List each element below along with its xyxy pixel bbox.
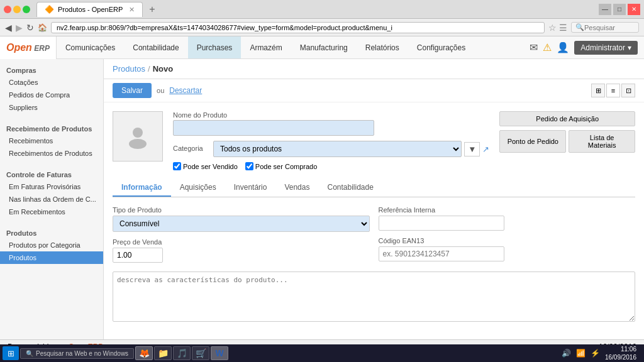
tray-speaker[interactable]: 🔊 [562,349,571,358]
sidebar: Compras Cotações Pedidos de Compra Suppl… [0,59,104,339]
close-btn[interactable]: ✕ [628,4,640,15]
breadcrumb: Produtos / Novo [104,59,644,79]
referencia-interna-input[interactable] [379,216,504,231]
taskbar: ⊞ 🔍 Pesquisar na Web e no Windows 🦊 📁 🎵 … [0,344,644,362]
referencia-interna-field: Referência Interna [379,206,636,231]
sidebar-item-em-recebimentos[interactable]: Em Recebimentos [0,206,103,218]
lista-materiais-btn[interactable]: Lista de Materiais [569,130,635,153]
sidebar-section-compras: Compras [0,63,103,76]
sidebar-item-cotacoes[interactable]: Cotações [0,76,103,89]
new-tab-btn[interactable]: + [145,4,158,15]
codigo-ean13-field: Código EAN13 [379,237,636,261]
category-select[interactable]: Todos os produtos [213,141,462,157]
sidebar-item-recebimentos[interactable]: Recebimentos [0,134,103,147]
sidebar-item-linhas-ordem[interactable]: Nas linhas da Ordem de C... [0,193,103,206]
sidebar-section-controle: Controle de Faturas [0,167,103,180]
tab-contabilidade[interactable]: Contabilidade [318,179,382,197]
breadcrumb-parent[interactable]: Produtos [113,64,145,74]
sidebar-section-recebimento: Recebimento de Produtos [0,121,103,134]
tab-vendas[interactable]: Vendas [275,179,318,197]
tipo-produto-select[interactable]: Consumível [113,216,370,232]
tray-battery[interactable]: ⚡ [591,349,600,358]
breadcrumb-current: Novo [153,64,174,74]
form-view-icon[interactable]: ≡ [606,84,620,97]
sidebar-item-produtos[interactable]: Produtos [0,251,103,264]
browser-tab[interactable]: 🔶 Produtos - OpenERP ✕ [36,2,143,17]
description-textarea[interactable] [113,272,635,322]
menu-purchases[interactable]: Purchases [188,36,242,58]
product-name-input[interactable] [173,120,374,136]
search-icon: 🔍 [575,23,584,31]
taskbar-clock: 11:06 16/09/2016 [605,345,636,361]
tab-aquisicoes[interactable]: Aquisições [171,179,225,197]
category-label: Categoria [173,145,211,152]
maximize-btn[interactable]: □ [613,4,626,15]
taskbar-word[interactable]: W [211,346,228,360]
forward-btn[interactable]: ▶ [16,23,23,33]
settings-icon[interactable]: ☰ [559,23,567,33]
sidebar-section-produtos: Produtos [0,226,103,239]
mail-icon[interactable]: ✉ [530,41,538,53]
or-text: ou [157,87,164,94]
taskbar-firefox[interactable]: 🦊 [135,346,153,360]
main-content: Produtos / Novo Salvar ou Descartar ⊞ ≡ … [104,59,644,339]
menu-relatorios[interactable]: Relatórios [357,36,408,58]
list-view-icon[interactable]: ⊞ [591,84,605,97]
tab-title: Produtos - OpenERP [58,6,123,13]
sidebar-item-pedidos-compra[interactable]: Pedidos de Compra [0,89,103,101]
taskbar-explorer[interactable]: 📁 [154,346,172,360]
tab-informacao[interactable]: Informação [113,179,171,197]
graph-view-icon[interactable]: ⊡ [621,84,635,97]
taskbar-store[interactable]: 🛒 [192,346,209,360]
action-bar: Salvar ou Descartar ⊞ ≡ ⊡ [104,79,644,102]
menu-contabilidade[interactable]: Contabilidade [124,36,187,58]
checkbox-pode-vender[interactable]: Pode ser Vendido [173,162,238,170]
checkbox-pode-comprar[interactable]: Pode ser Comprado [245,162,317,170]
tab-bar: Informação Aquisições Inventário Vendas … [113,179,635,197]
codigo-ean13-input[interactable] [379,246,504,261]
pedido-aquisicao-btn[interactable]: Pedido de Aquisição [499,111,635,126]
product-image[interactable] [113,111,163,162]
home-btn[interactable]: 🏠 [38,23,47,32]
warning-icon[interactable]: ⚠ [543,41,552,53]
menu-manufacturing[interactable]: Manufacturing [291,36,357,58]
tab-favicon: 🔶 [45,5,54,14]
search-taskbar[interactable]: 🔍 Pesquisar na Web e no Windows [20,348,134,359]
reload-btn[interactable]: ↻ [26,23,34,33]
sidebar-item-recebimentos-produtos[interactable]: Recebimentos de Produtos [0,147,103,160]
svg-point-1 [129,139,147,149]
address-bar[interactable] [51,22,545,33]
tab-inventario[interactable]: Inventário [225,179,276,197]
product-name-label: Nome do Produto [173,111,489,119]
start-button[interactable]: ⊞ [3,346,19,360]
sidebar-item-suppliers[interactable]: Suppliers [0,101,103,114]
logo: Open ERP [0,36,57,59]
admin-button[interactable]: Administrator ▾ [574,41,638,55]
svg-point-0 [133,128,143,138]
taskbar-media[interactable]: 🎵 [173,346,191,360]
tipo-produto-field: Tipo de Produto Consumível [113,206,370,232]
minimize-btn[interactable]: — [599,4,611,15]
tray-network[interactable]: 📶 [576,349,586,358]
menu-armazem[interactable]: Armazém [241,36,291,58]
save-button[interactable]: Salvar [113,83,152,98]
close-icon[interactable]: ✕ [129,6,135,14]
category-external-link[interactable]: ↗ [482,145,489,154]
preco-venda-field: Preço de Venda 1.00 [113,238,370,263]
menu-comunicacoes[interactable]: Comunicações [57,36,124,58]
browser-search[interactable] [584,24,635,31]
sidebar-item-produtos-categoria[interactable]: Produtos por Categoria [0,239,103,251]
menu-configuracoes[interactable]: Configurações [408,36,474,58]
sidebar-item-faturas-provisorias[interactable]: Em Faturas Provisórias [0,180,103,193]
user-icon[interactable]: 👤 [557,41,569,53]
bookmark-icon[interactable]: ☆ [548,23,557,33]
category-expand-btn[interactable]: ▼ [464,142,480,156]
breadcrumb-separator: / [148,64,150,74]
ponto-pedido-btn[interactable]: Ponto de Pedido [499,130,566,153]
preco-venda-input[interactable]: 1.00 [113,248,163,263]
discard-button[interactable]: Descartar [169,86,202,95]
back-btn[interactable]: ◀ [5,23,12,33]
